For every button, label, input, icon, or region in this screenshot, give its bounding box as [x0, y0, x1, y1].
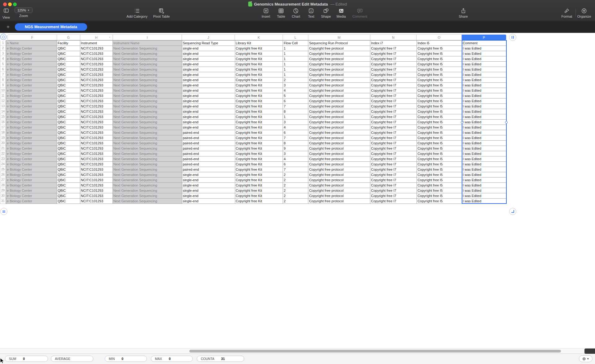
cell[interactable]: Copyright free I5: [417, 188, 462, 193]
cell[interactable]: Copyright free I7: [370, 141, 417, 146]
cell[interactable]: e Biology Center: [6, 162, 57, 167]
cell[interactable]: single-end: [182, 99, 235, 104]
cell[interactable]: NCIT:C101293: [80, 167, 113, 172]
cell[interactable]: Copyright free I7: [370, 83, 417, 88]
cell[interactable]: e Biology Center: [6, 51, 57, 56]
cell[interactable]: 7: [283, 135, 308, 141]
row-number[interactable]: 11: [0, 93, 6, 98]
row-number[interactable]: 13: [0, 103, 6, 109]
cell[interactable]: e Biology Center: [6, 172, 57, 178]
cell[interactable]: Copyright free Kit: [235, 109, 283, 114]
cell[interactable]: single-end: [182, 125, 235, 130]
cell[interactable]: Copyright free protocol: [308, 114, 370, 120]
cell[interactable]: QBiC: [57, 151, 80, 156]
cell[interactable]: Copyright free Kit: [235, 77, 283, 83]
cell[interactable]: 4: [283, 156, 308, 162]
cell[interactable]: QBiC: [57, 146, 80, 151]
cell[interactable]: Copyright free Kit: [235, 46, 283, 51]
cell[interactable]: QBiC: [57, 51, 80, 56]
cell[interactable]: I was Edited: [462, 77, 506, 83]
cell[interactable]: e Biology Center: [6, 114, 57, 120]
cell[interactable]: e Biology Center: [6, 156, 57, 162]
row-number[interactable]: 12: [0, 98, 6, 103]
cell[interactable]: Next Generation Sequencing: [113, 56, 182, 62]
cell[interactable]: NCIT:C101293: [80, 83, 113, 88]
cell[interactable]: Copyright free Kit: [235, 67, 283, 72]
cell[interactable]: Copyright free I7: [370, 77, 417, 83]
max-pill[interactable]: MAX 0: [151, 356, 193, 362]
cell[interactable]: QBiC: [57, 172, 80, 178]
cell[interactable]: Copyright free Kit: [235, 88, 283, 93]
cell[interactable]: Copyright free protocol: [308, 104, 370, 109]
cell[interactable]: e Biology Center: [6, 167, 57, 172]
row-number[interactable]: 27: [0, 177, 6, 182]
cell[interactable]: Copyright free I5: [417, 83, 462, 88]
cell[interactable]: Copyright free protocol: [308, 162, 370, 167]
cell[interactable]: NCIT:C101293: [80, 156, 113, 162]
cell[interactable]: QBiC: [57, 162, 80, 167]
shape-button[interactable]: Shape: [321, 7, 331, 18]
cell[interactable]: Next Generation Sequencing: [113, 83, 182, 88]
cell[interactable]: Copyright free I7: [370, 151, 417, 156]
cell[interactable]: Next Generation Sequencing: [113, 135, 182, 141]
sheet-tab-active[interactable]: NGS Measurement Metadata: [15, 23, 87, 31]
statusbar-actions-button[interactable]: ⚙ ▼: [579, 355, 593, 362]
row-number[interactable]: 2: [0, 46, 6, 51]
cell[interactable]: QBiC: [57, 156, 80, 162]
cell[interactable]: 1: [283, 46, 308, 51]
cell[interactable]: Copyright free I7: [370, 125, 417, 130]
cell[interactable]: Copyright free I5: [417, 199, 462, 204]
cell[interactable]: Copyright free I7: [370, 67, 417, 72]
row-number[interactable]: 7: [0, 72, 6, 77]
table-select-handle[interactable]: [0, 34, 7, 40]
header-cell[interactable]: Sequencing Run Protocol: [308, 41, 370, 46]
cell[interactable]: Next Generation Sequencing: [113, 72, 182, 77]
cell[interactable]: single-end: [182, 51, 235, 56]
text-button[interactable]: A Text: [308, 7, 314, 18]
cell[interactable]: I was Edited: [462, 193, 506, 199]
cell[interactable]: Copyright free protocol: [308, 146, 370, 151]
header-cell[interactable]: Flow Cell: [283, 41, 308, 46]
cell[interactable]: I was Edited: [462, 172, 506, 178]
column-header-F[interactable]: F: [8, 35, 57, 40]
cell[interactable]: QBiC: [57, 109, 80, 114]
cell[interactable]: Copyright free protocol: [308, 178, 370, 183]
cell[interactable]: Copyright free I7: [370, 146, 417, 151]
cell[interactable]: Copyright free I7: [370, 188, 417, 193]
cell[interactable]: Copyright free Kit: [235, 156, 283, 162]
cell[interactable]: single-end: [182, 188, 235, 193]
cell[interactable]: Next Generation Sequencing: [113, 188, 182, 193]
cell[interactable]: Copyright free Kit: [235, 104, 283, 109]
cell[interactable]: I was Edited: [462, 51, 506, 56]
header-cell[interactable]: Instrument Name: [113, 41, 182, 46]
average-pill[interactable]: AVERAGE: [51, 356, 93, 362]
cell[interactable]: e Biology Center: [6, 62, 57, 67]
cell[interactable]: Copyright free protocol: [308, 51, 370, 56]
cell[interactable]: single-end: [182, 114, 235, 120]
cell[interactable]: QBiC: [57, 178, 80, 183]
cell[interactable]: QBiC: [57, 120, 80, 125]
cell[interactable]: Copyright free protocol: [308, 46, 370, 51]
cell[interactable]: single-end: [182, 104, 235, 109]
cell[interactable]: e Biology Center: [6, 56, 57, 62]
cell[interactable]: 1: [283, 62, 308, 67]
cell[interactable]: Next Generation Sequencing: [113, 178, 182, 183]
cell[interactable]: QBiC: [57, 93, 80, 99]
cell[interactable]: Next Generation Sequencing: [113, 114, 182, 120]
cell[interactable]: paired-end: [182, 141, 235, 146]
cell[interactable]: Copyright free I5: [417, 172, 462, 178]
cell[interactable]: Copyright free protocol: [308, 188, 370, 193]
cell[interactable]: e Biology Center: [6, 120, 57, 125]
chart-button[interactable]: Chart: [292, 7, 300, 18]
add-row-control[interactable]: [0, 208, 7, 215]
cell[interactable]: e Biology Center: [6, 146, 57, 151]
cell[interactable]: Copyright free I5: [417, 62, 462, 67]
cell[interactable]: Copyright free I5: [417, 183, 462, 188]
cell[interactable]: I was Edited: [462, 88, 506, 93]
cell[interactable]: single-end: [182, 83, 235, 88]
cell[interactable]: paired-end: [182, 162, 235, 167]
cell[interactable]: single-end: [182, 172, 235, 178]
cell[interactable]: e Biology Center: [6, 46, 57, 51]
cell[interactable]: 3: [283, 120, 308, 125]
cell[interactable]: I was Edited: [462, 162, 506, 167]
